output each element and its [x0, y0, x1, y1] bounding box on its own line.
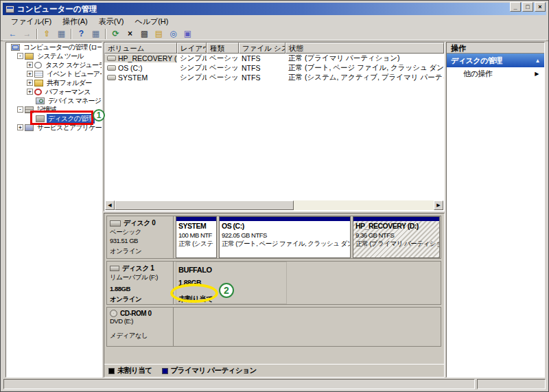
toolbar: ← → ⇧ ▦ ? ▦ ⟳ × ▩ ▤ ◎ ▣: [3, 27, 546, 41]
volume-layout: シンプル: [177, 73, 207, 82]
toolbar-separator: [36, 29, 38, 39]
menu-file[interactable]: ファイル(F): [5, 16, 57, 27]
tree-item-label: 共有フォルダー: [45, 78, 93, 88]
expand-expander[interactable]: +: [27, 80, 33, 86]
close-button[interactable]: ×: [535, 2, 546, 12]
tree-item-event-viewer[interactable]: + イベント ビューアー: [6, 69, 102, 78]
maximize-button[interactable]: □: [522, 2, 533, 12]
partition-status: 正常 (ブート, ページ ファイル, クラッシュ ダンプ, プ: [222, 240, 348, 248]
disk1-row: ディスク 1 リムーバブル (F:) 1.88GB オンライン BUFFALO …: [106, 261, 441, 305]
actions-item-more-actions[interactable]: 他の操作 ▶: [447, 67, 544, 80]
disk0-row: ディスク 0 ベーシック 931.51 GB オンライン SYSTEM 100 …: [106, 216, 441, 259]
legend-blue-swatch: [162, 368, 168, 374]
menu-help[interactable]: ヘルプ(H): [129, 16, 174, 27]
device-manager-icon: [36, 97, 45, 104]
partition-os-c[interactable]: OS (C:) 922.05 GB NTFS 正常 (ブート, ページ ファイル…: [219, 216, 351, 258]
cdrom-name: CD-ROM 0: [120, 310, 151, 317]
folder-up-icon[interactable]: ⇧: [40, 28, 54, 40]
column-header-layout[interactable]: レイアウト: [177, 43, 207, 54]
partition-label: SYSTEM: [178, 222, 214, 231]
tree-item-shared-folders[interactable]: + 共有フォルダー: [6, 78, 102, 87]
minimize-button[interactable]: _: [510, 2, 521, 12]
expand-expander[interactable]: +: [27, 71, 33, 77]
partition-system[interactable]: SYSTEM 100 MB NTF 正常 (システ: [176, 216, 217, 258]
disk1-size: 1.88GB: [110, 285, 170, 292]
volume-filesystem: NTFS: [239, 64, 285, 72]
window-title: コンピューターの管理: [17, 4, 97, 14]
disk1-type: リムーバブル (F:): [110, 273, 170, 282]
collapse-expander[interactable]: -: [17, 106, 23, 113]
status-cell-right: [477, 379, 546, 389]
column-header-filesystem[interactable]: ファイル システム: [239, 43, 285, 54]
partition-size: 922.05 GB NTFS: [222, 231, 348, 240]
collapse-chevron-icon[interactable]: ▲: [535, 58, 540, 64]
horizontal-scrollbar[interactable]: ◀ ▶: [105, 200, 443, 210]
column-header-type[interactable]: 種類: [207, 43, 239, 54]
scroll-right-icon[interactable]: ▶: [434, 200, 443, 210]
partition-hp-recovery[interactable]: HP_RECOVERY (D:) 9.36 GB NTFS 正常 (プライマリ …: [353, 216, 440, 258]
delete-icon[interactable]: ×: [123, 28, 137, 40]
forward-icon[interactable]: →: [20, 28, 34, 40]
expand-expander[interactable]: +: [27, 62, 33, 68]
expand-expander[interactable]: +: [27, 89, 33, 95]
submenu-arrow-icon: ▶: [535, 71, 539, 77]
computer-icon: [11, 44, 20, 51]
volume-name: HP_RECOVERY (D:): [118, 54, 177, 62]
disk-drive-icon: [110, 220, 121, 227]
volume-row-system[interactable]: SYSTEM シンプル ベーシック NTFS 正常 (システム, アクティブ, …: [104, 73, 444, 82]
open-folder-icon[interactable]: ▤: [152, 28, 166, 40]
show-console-tree-icon[interactable]: ▦: [54, 28, 69, 40]
volume-status: 正常 (プライマリ パーティション): [285, 54, 444, 63]
annotation-step2-badge: 2: [219, 283, 234, 298]
volume-type: ベーシック: [207, 73, 239, 82]
tree-item-system-tools[interactable]: - システム ツール: [6, 51, 102, 60]
legend-label: 未割り当て: [117, 366, 152, 376]
task-scheduler-icon: [34, 62, 42, 69]
legend-unallocated: 未割り当て: [108, 366, 152, 376]
volume-row-os-c[interactable]: OS (C:) シンプル ベーシック NTFS 正常 (ブート, ページ ファイ…: [104, 63, 444, 73]
column-header-volume[interactable]: ボリューム: [104, 43, 177, 54]
refresh-icon[interactable]: ⟳: [108, 28, 123, 40]
menu-action[interactable]: 操作(A): [57, 16, 93, 27]
disk1-label[interactable]: ディスク 1 リムーバブル (F:) 1.88GB オンライン: [107, 262, 174, 304]
tree-item-computer-management[interactable]: コンピューターの管理 (ローカル): [6, 43, 102, 51]
expand-expander[interactable]: +: [17, 124, 23, 130]
tree-item-performance[interactable]: + パフォーマンス: [6, 87, 102, 96]
collapse-expander[interactable]: -: [17, 53, 23, 59]
disk0-label[interactable]: ディスク 0 ベーシック 931.51 GB オンライン: [107, 216, 174, 258]
cdrom-label[interactable]: CD-ROM 0 DVD (E:) メディアなし: [107, 308, 174, 346]
event-viewer-icon: [34, 71, 43, 78]
column-header-status[interactable]: 状態: [285, 43, 444, 54]
find-icon[interactable]: ◎: [166, 28, 180, 40]
tree-item-label: コンピューターの管理 (ローカル): [22, 43, 102, 52]
more-actions-label: 他の操作: [463, 69, 492, 79]
partition-status: 正常 (システ: [178, 240, 214, 248]
menu-view[interactable]: 表示(V): [93, 16, 130, 27]
window-controls: _ □ ×: [510, 2, 546, 12]
show-action-pane-icon[interactable]: ▦: [89, 28, 103, 40]
tree-item-device-manager[interactable]: デバイス マネージャー: [6, 96, 102, 105]
cdrom-drive-letter: DVD (E:): [110, 317, 170, 325]
toolbar-separator: [71, 29, 72, 39]
back-icon[interactable]: ←: [5, 28, 20, 40]
volume-icon: [107, 56, 116, 61]
toolbar-divider: [1, 41, 548, 41]
scroll-left-icon[interactable]: ◀: [105, 200, 115, 210]
save-icon[interactable]: ▣: [180, 28, 195, 40]
volume-row-hp-recovery[interactable]: HP_RECOVERY (D:) シンプル ベーシック NTFS 正常 (プライ…: [104, 54, 444, 63]
status-cell-left: [3, 379, 475, 389]
properties-icon[interactable]: ▩: [137, 28, 152, 40]
help-icon[interactable]: ?: [74, 28, 89, 40]
volume-status: 正常 (システム, アクティブ, プライマリ パーティション): [285, 73, 444, 82]
volume-icon: [107, 65, 116, 71]
cdrom-row: CD-ROM 0 DVD (E:) メディアなし: [106, 307, 441, 347]
legend-black-swatch: [108, 368, 115, 374]
performance-icon: [34, 89, 42, 95]
toolbar-separator: [105, 29, 106, 39]
actions-section-disk-management[interactable]: ディスクの管理 ▲: [447, 54, 544, 67]
scrollbar-thumb[interactable]: [115, 200, 294, 210]
disk0-size: 931.51 GB: [110, 237, 170, 244]
scrollbar-track[interactable]: [294, 200, 434, 210]
tree-item-label: タスク スケジューラ: [44, 60, 102, 70]
tree-item-task-scheduler[interactable]: + タスク スケジューラ: [6, 60, 102, 69]
